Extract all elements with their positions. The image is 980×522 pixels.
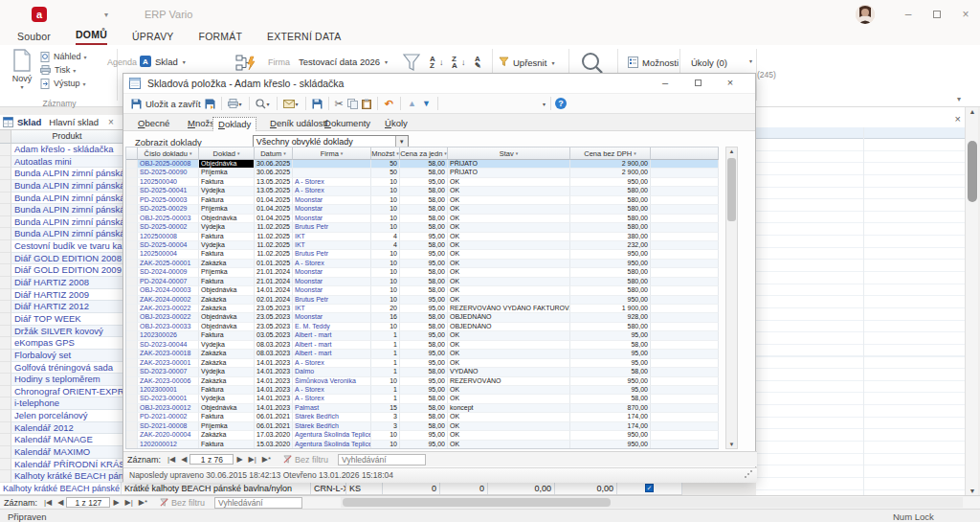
cell-stav[interactable]: OBJEDNÁNO (448, 313, 570, 322)
document-row[interactable]: OBJ-2023-00012Objednávka14.01.2023Palmas… (126, 404, 719, 413)
product-name[interactable]: Držák SILVER kovový (11, 326, 122, 338)
document-row[interactable]: ZAK-2024-00002Zakázka02.01.2024Brutus Pe… (126, 296, 719, 305)
cell-číslo-dokladu[interactable]: ZAK-2024-00002 (138, 296, 199, 305)
product-name[interactable]: Kalendář MAXIMO (11, 446, 122, 459)
cell-cena-za-jedn[interactable]: 95,00 (400, 441, 448, 449)
cell-číslo-dokladu[interactable]: ZAK-2023-00022 (138, 305, 199, 313)
agenda-select[interactable]: Sklad▾ (155, 57, 186, 67)
product-row[interactable]: Jelen porcelánový (0, 410, 122, 422)
cell-číslo-dokladu[interactable]: PD-2024-00007 (138, 278, 199, 286)
product-row[interactable]: Hodiny s teploměrem (0, 374, 122, 386)
record-selector[interactable] (0, 397, 11, 410)
product-name[interactable]: Kalendář MANAGE (11, 434, 122, 446)
product-name[interactable]: Adam křeslo - skládačka (11, 144, 122, 156)
cell-cena-bez-dph[interactable]: 928,00 (570, 313, 651, 322)
cell-datum[interactable]: 11.02.2025 (255, 241, 293, 250)
row-selector[interactable] (126, 377, 138, 386)
cell-doklad[interactable]: Zakázka (199, 431, 255, 440)
menu-item-úpravy[interactable]: ÚPRAVY (132, 31, 174, 45)
product-row[interactable]: Florbalový set (0, 350, 122, 362)
cell-firma[interactable]: A - Storex (293, 178, 371, 187)
cell-číslo-dokladu[interactable]: OBJ-2023-00022 (138, 313, 199, 322)
row-selector[interactable] (126, 431, 138, 440)
column-header-3[interactable]: Datum▾ (255, 148, 293, 160)
main-vertical-scrollbar[interactable]: ▲ ▼ (965, 107, 978, 495)
record-selector[interactable] (0, 289, 11, 302)
product-row[interactable]: i-telephone (0, 397, 122, 410)
document-row[interactable]: ZAK-2025-00001Zakázka01.01.2025A - Store… (126, 260, 719, 268)
cell-doklad[interactable]: Objednávka (199, 160, 255, 169)
cell-datum[interactable]: 21.01.2024 (255, 268, 293, 277)
tab-úkoly[interactable]: Úkoly (380, 117, 412, 129)
cell-cena-bez-dph[interactable]: 95,00 (570, 359, 651, 368)
cell-doklad[interactable]: Výdejka (199, 341, 255, 350)
ribbon-collapse-icon[interactable]: ▾ (957, 95, 961, 103)
cell-stav[interactable]: OK (448, 431, 570, 440)
cell-firma[interactable]: Albert - mart (293, 331, 371, 340)
cell-množst[interactable]: 10 (371, 205, 400, 214)
product-row[interactable]: eKompas GPS (0, 337, 122, 350)
cell-datum[interactable]: 01.04.2025 (255, 196, 293, 205)
record-selector[interactable] (0, 216, 11, 229)
product-row[interactable]: Golfová tréningová sada (0, 362, 122, 374)
cell-číslo-dokladu[interactable]: 1202500008 (138, 233, 199, 241)
record-selector[interactable] (0, 313, 11, 326)
cut-button[interactable]: ✂ (335, 98, 344, 110)
filter-state[interactable]: Bez filtru (283, 455, 328, 465)
datasheet-tab-close-icon[interactable]: × (108, 117, 114, 127)
cell-cena-za-jedn[interactable]: 58,00 (400, 395, 448, 403)
record-selector[interactable] (0, 277, 11, 289)
document-row[interactable]: ZAK-2023-00006Zakázka14.01.2023Šimůnková… (126, 377, 719, 386)
cell-cena-bez-dph[interactable]: 58,00 (570, 368, 651, 376)
record-selector[interactable] (0, 326, 11, 338)
product-row[interactable]: Kalendář MANAGE (0, 434, 122, 446)
row-selector[interactable] (126, 178, 138, 187)
row-selector[interactable] (126, 205, 138, 214)
cell-cena-bez-dph[interactable]: 580,00 (570, 268, 651, 277)
document-row[interactable]: 1202500004Faktura11.02.2025Brutus Petr10… (126, 250, 719, 259)
product-row[interactable]: Chronograf ORIENT-EXPR (0, 386, 122, 398)
record-position-box[interactable]: 1 z 127 (66, 497, 110, 508)
document-row[interactable]: SD-2025-00004Výdejka11.02.2025IKT458,00O… (126, 241, 719, 250)
cell-cena-za-jedn[interactable]: 58,00 (400, 169, 448, 177)
cell-cena-bez-dph[interactable]: 950,00 (570, 296, 651, 305)
cell-číslo-dokladu[interactable]: ZAK-2025-00001 (138, 260, 199, 268)
cell-cena-za-jedn[interactable]: 95,00 (400, 260, 448, 268)
product-name[interactable]: Diář GOLD EDITION 2009 (11, 264, 122, 277)
document-row[interactable]: SD-2023-00001Výdejka14.01.2023A - Storex… (126, 395, 719, 403)
cell-cena-za-jedn[interactable]: 58,00 (400, 313, 448, 322)
cell-cena-za-jedn[interactable]: 58,00 (400, 196, 448, 205)
cell-cena-za-jedn[interactable]: 58,00 (400, 278, 448, 286)
product-row[interactable]: Diář TOP WEEK (0, 313, 122, 326)
cell-číslo-dokladu[interactable]: SD-2024-00009 (138, 268, 199, 277)
bottom-row-c1[interactable]: 0,00 (488, 483, 555, 494)
row-selector[interactable] (126, 233, 138, 241)
cell-firma[interactable]: Moonstar (293, 313, 371, 322)
tasks-button[interactable]: Úkoly (0) (691, 57, 727, 68)
row-selector[interactable] (126, 422, 138, 431)
row-selector[interactable] (126, 286, 138, 295)
dialog-maximize-icon[interactable] (688, 77, 707, 88)
cell-stav[interactable]: REZERVOVÁNO (448, 377, 570, 386)
row-selector[interactable] (126, 359, 138, 368)
cell-číslo-dokladu[interactable]: OBJ-2025-00008 (138, 160, 199, 169)
cell-cena-za-jedn[interactable]: 95,00 (400, 377, 448, 386)
print-button-dialog[interactable]: ▾ (228, 99, 243, 108)
cell-firma[interactable] (293, 160, 371, 169)
column-filter-caret-icon[interactable]: ▾ (237, 150, 240, 156)
dialog-scroll-up-icon[interactable]: ▲ (726, 148, 737, 154)
scroll-up-icon[interactable]: ▲ (966, 108, 979, 115)
column-filter-caret-icon[interactable]: ▾ (396, 150, 399, 156)
cell-stav[interactable]: OK (448, 413, 570, 421)
cell-firma[interactable]: Albert - mart (293, 341, 371, 350)
dialog-scroll-down-icon[interactable]: ▼ (726, 442, 737, 447)
scroll-down-icon[interactable]: ▼ (966, 488, 979, 494)
record-selector[interactable] (0, 337, 11, 350)
dialog-minimize-icon[interactable]: – (656, 77, 675, 88)
cell-množst[interactable]: 1 (371, 350, 400, 358)
cell-číslo-dokladu[interactable]: 1202500040 (138, 178, 199, 187)
cell-doklad[interactable]: Zakázka (199, 296, 255, 305)
cell-cena-bez-dph[interactable]: 2 900,00 (570, 160, 651, 169)
cell-cena-bez-dph[interactable]: 95,00 (570, 331, 651, 340)
record-selector[interactable] (0, 362, 11, 374)
